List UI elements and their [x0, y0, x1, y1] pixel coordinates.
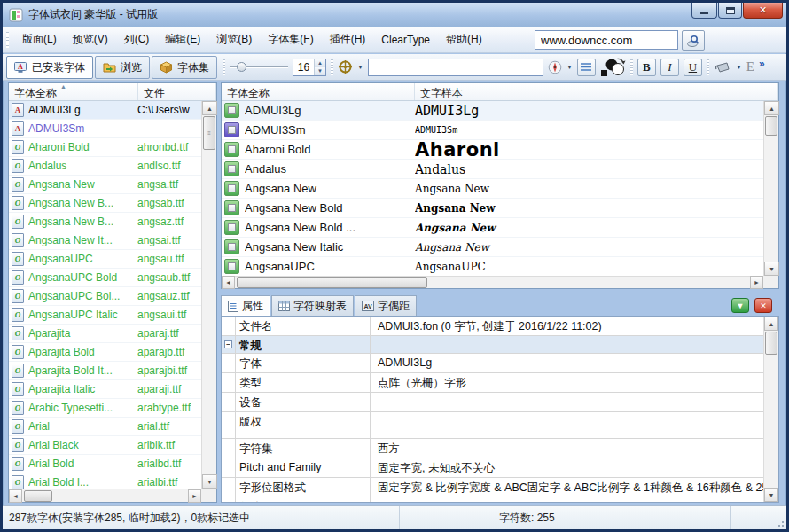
font-row[interactable]: OAngsana New B...angsab.ttf [9, 194, 201, 213]
scroll-right-icon[interactable]: ► [750, 276, 763, 289]
font-row[interactable]: OAngsanaUPC Boldangsaub.ttf [9, 269, 201, 287]
maximize-button[interactable] [718, 3, 742, 19]
font-row[interactable]: OArial Boldarialbd.ttf [9, 455, 201, 473]
font-row[interactable]: OArabic Typesetti...arabtype.ttf [9, 399, 201, 418]
font-row[interactable]: OAharoni Boldahronbd.ttf [9, 138, 201, 157]
spin-up-icon[interactable]: ▲ [315, 59, 325, 67]
font-row[interactable]: OAparajita Bold It...aparajbi.ttf [9, 362, 201, 380]
line-style-button[interactable] [577, 59, 596, 76]
toolbar-grip[interactable] [223, 59, 225, 75]
fill-can-icon[interactable] [714, 60, 731, 74]
font-row[interactable]: OAngsanaUPCangsau.ttf [9, 250, 201, 269]
menu-item-layout[interactable]: 版面(L) [14, 28, 65, 51]
font-row[interactable]: OAparajita Italicaparaji.ttf [9, 380, 201, 399]
scroll-down-icon[interactable]: ▼ [764, 488, 778, 502]
font-checkbox[interactable] [224, 103, 239, 118]
property-row[interactable]: 字体ADMUI3Lg [222, 354, 778, 373]
font-checkbox[interactable] [224, 122, 239, 137]
column-header-file[interactable]: 文件 [138, 83, 216, 100]
font-row[interactable]: OAndalusandlso.ttf [9, 157, 201, 176]
font-checkbox[interactable] [224, 239, 239, 254]
font-row[interactable]: OAngsana Newangsa.ttf [9, 176, 201, 194]
resize-grip[interactable] [774, 517, 785, 528]
close-panel-button[interactable]: ✕ [754, 298, 772, 313]
scrollbar-thumb[interactable] [765, 332, 777, 355]
column-header-font-name[interactable]: 字体全称 ▲ [9, 83, 138, 100]
font-size-value[interactable]: 16 [293, 59, 314, 75]
foreground-background-color-icon[interactable] [600, 57, 626, 77]
right-vertical-scrollbar[interactable]: ▲ ▼ [763, 101, 778, 276]
scrollbar-thumb[interactable]: ≡ [203, 116, 215, 150]
font-row[interactable]: AADMUI3Sm [9, 120, 201, 138]
menu-item-browse[interactable]: 浏览(B) [208, 28, 260, 51]
font-row[interactable]: OArialarial.ttf [9, 418, 201, 436]
sample-row[interactable]: AndalusAndalus [222, 160, 763, 179]
menu-item-help[interactable]: 帮助(H) [438, 28, 490, 51]
collapse-panel-button[interactable]: ▼ [731, 298, 749, 313]
scroll-up-icon[interactable]: ▲ [202, 101, 217, 115]
column-header-font-name[interactable]: 字体全称 [222, 83, 415, 100]
property-row[interactable]: 字形位图格式固定字宽 & 比例字宽度 & ABC固定字 & ABC比例字 & 1… [222, 478, 778, 497]
scroll-down-icon[interactable]: ▼ [764, 262, 779, 276]
scroll-down-icon[interactable]: ▼ [202, 474, 217, 489]
fill-dropdown-icon[interactable]: ▼ [736, 64, 742, 70]
tab-browse[interactable]: 浏览 [95, 56, 150, 79]
collapse-minus-icon[interactable]: − [224, 340, 232, 348]
scroll-right-icon[interactable]: ► [188, 489, 201, 503]
menu-item-cleartype[interactable]: ClearType [373, 30, 438, 50]
right-horizontal-scrollbar[interactable]: ◄ ► [222, 276, 763, 288]
font-row[interactable]: OArial Blackariblk.ttf [9, 436, 201, 455]
property-grid-scrollbar[interactable]: ▲ ▼ [763, 317, 778, 502]
left-vertical-scrollbar[interactable]: ▲ ≡ ▼ [201, 101, 216, 489]
font-row[interactable]: OAngsana New B...angsaz.ttf [9, 213, 201, 231]
wheel-dropdown-icon[interactable]: ▼ [357, 64, 363, 70]
sample-row[interactable]: AngsanaUPCAngsanaUPC [222, 257, 763, 276]
sample-row[interactable]: Aharoni BoldAharoni [222, 140, 763, 160]
minimize-button[interactable] [691, 3, 717, 19]
left-horizontal-scrollbar[interactable]: ◄ ► [9, 489, 201, 502]
font-checkbox[interactable] [224, 220, 239, 235]
font-checkbox[interactable] [224, 200, 239, 215]
menu-item-fontset[interactable]: 字体集(F) [260, 28, 321, 51]
title-bar[interactable]: 字体试衣间 豪华版 - 试用版 ✕ [3, 3, 786, 27]
sample-row[interactable]: ADMUI3SmADMUI3Sm [222, 121, 763, 140]
tab-character-map[interactable]: 字符映射表 [271, 295, 354, 316]
compass-icon[interactable] [548, 60, 562, 74]
sample-text-input[interactable] [368, 59, 543, 76]
font-size-slider[interactable] [230, 59, 288, 75]
scrollbar-thumb[interactable] [24, 490, 52, 502]
menu-item-edit[interactable]: 编辑(E) [157, 28, 208, 51]
property-section-row[interactable]: −常规 [222, 336, 778, 354]
spin-down-icon[interactable]: ▼ [315, 67, 325, 75]
slider-thumb[interactable] [237, 62, 246, 72]
font-checkbox[interactable] [224, 259, 239, 274]
url-input[interactable] [535, 30, 678, 50]
property-row[interactable]: 类型点阵（光栅）字形 [222, 373, 778, 393]
tab-kerning[interactable]: AV 字偶距 [355, 295, 417, 316]
tab-installed-fonts[interactable]: A 已安装字体 [6, 56, 93, 79]
sample-row[interactable]: Angsana New BoldAngsana New [222, 199, 763, 218]
render-settings-wheel-icon[interactable] [338, 59, 353, 74]
font-row[interactable]: OArial Bold I...arialbi.ttf [9, 473, 201, 489]
toolbar-grip[interactable] [6, 32, 9, 48]
compass-dropdown-icon[interactable]: ▼ [566, 64, 573, 70]
font-row[interactable]: OAngsana New It...angsai.ttf [9, 231, 201, 250]
property-row[interactable]: 字符集西方 [222, 439, 778, 458]
close-button[interactable]: ✕ [743, 3, 783, 19]
scroll-up-icon[interactable]: ▲ [764, 317, 778, 331]
scroll-left-icon[interactable]: ◄ [9, 489, 22, 503]
sample-row[interactable]: Angsana NewAngsana New [222, 179, 763, 199]
property-row[interactable]: 创建否 [222, 497, 778, 503]
tab-properties[interactable]: 属性 [221, 295, 270, 316]
italic-button[interactable]: I [660, 59, 679, 76]
sample-row[interactable]: Angsana New Bold ...Angsana New [222, 218, 763, 238]
font-checkbox[interactable] [224, 142, 239, 157]
font-checkbox[interactable] [224, 161, 239, 176]
property-row[interactable]: 设备 [222, 393, 778, 412]
bold-button[interactable]: B [637, 59, 656, 76]
underline-button[interactable]: U [684, 59, 702, 76]
sample-row[interactable]: ADMUI3LgADMUI3Lg [222, 101, 763, 121]
url-go-button[interactable] [682, 30, 705, 51]
property-row[interactable]: 文件名ADMUI3.fon (0 字节, 创建于 2016/1/22 11:02… [222, 317, 778, 336]
property-row[interactable]: Pitch and Family固定字宽, 未知或不关心 [222, 458, 778, 478]
